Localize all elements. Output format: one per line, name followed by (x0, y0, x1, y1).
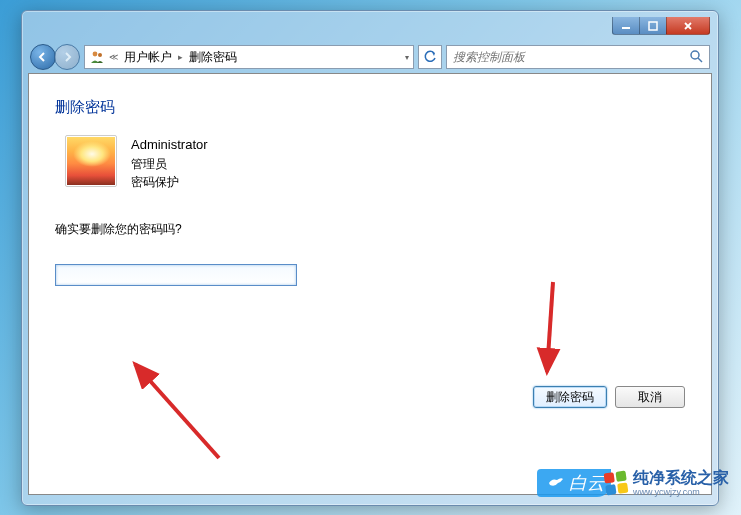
user-name: Administrator (131, 135, 208, 155)
breadcrumb-item[interactable]: 用户帐户 (122, 49, 174, 66)
back-button[interactable] (30, 44, 56, 70)
page-title: 删除密码 (55, 98, 685, 117)
maximize-button[interactable] (639, 17, 667, 35)
minimize-button[interactable] (612, 17, 640, 35)
navigation-bar: ≪ 用户帐户 ▸ 删除密码 ▾ (28, 41, 712, 73)
breadcrumb[interactable]: ≪ 用户帐户 ▸ 删除密码 ▾ (84, 45, 414, 69)
chevron-right-icon: ▸ (178, 52, 183, 62)
svg-rect-1 (649, 22, 657, 30)
breadcrumb-separator-icon: ≪ (109, 52, 118, 62)
svg-line-7 (547, 282, 553, 372)
confirm-question: 确实要删除您的密码吗? (55, 221, 685, 238)
password-input[interactable] (55, 264, 297, 286)
user-role: 管理员 (131, 155, 208, 173)
svg-point-3 (98, 53, 102, 57)
watermark-text: 白云 (569, 471, 605, 495)
user-info: Administrator 管理员 密码保护 (131, 135, 208, 191)
user-protection: 密码保护 (131, 173, 208, 191)
annotation-arrow-icon (517, 272, 577, 392)
svg-point-4 (691, 51, 699, 59)
svg-rect-0 (622, 27, 630, 29)
chevron-down-icon[interactable]: ▾ (405, 53, 409, 62)
watermark-text: 纯净系统之家 (633, 469, 729, 486)
cancel-button[interactable]: 取消 (615, 386, 685, 408)
user-info-row: Administrator 管理员 密码保护 (65, 135, 685, 191)
bird-icon (547, 474, 565, 492)
forward-button[interactable] (54, 44, 80, 70)
user-accounts-icon (89, 49, 105, 65)
watermark-logo: 白云 (537, 469, 611, 497)
watermark-url: www.ycwjzy.com (633, 487, 729, 497)
avatar (65, 135, 117, 187)
windows-logo-icon (604, 470, 629, 495)
search-icon (689, 49, 703, 66)
svg-point-2 (93, 52, 98, 57)
button-row: 删除密码 取消 (533, 386, 685, 408)
control-panel-window: ≪ 用户帐户 ▸ 删除密码 ▾ 删除密码 Administrator 管理员 密… (21, 10, 719, 506)
annotation-arrow-icon (119, 278, 239, 478)
content-area: 删除密码 Administrator 管理员 密码保护 确实要删除您的密码吗? … (28, 73, 712, 495)
window-titlebar (28, 17, 712, 39)
search-input[interactable] (453, 50, 689, 64)
breadcrumb-item[interactable]: 删除密码 (187, 49, 239, 66)
refresh-button[interactable] (418, 45, 442, 69)
search-box[interactable] (446, 45, 710, 69)
close-button[interactable] (666, 17, 710, 35)
remove-password-button[interactable]: 删除密码 (533, 386, 607, 408)
svg-line-6 (135, 364, 219, 458)
svg-line-5 (698, 58, 702, 62)
watermark-logo: 纯净系统之家 www.ycwjzy.com (605, 468, 729, 497)
